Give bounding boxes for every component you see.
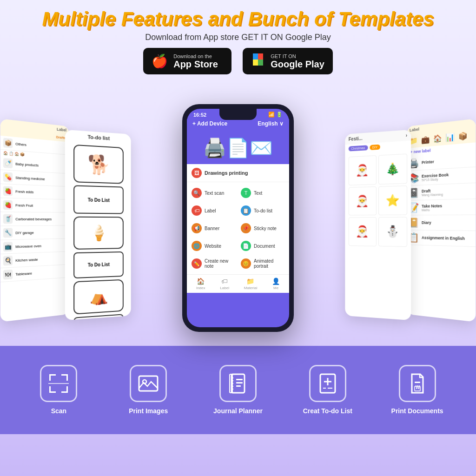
document-icon: 📄 (241, 241, 251, 251)
stickynote-icon: 📌 (241, 223, 251, 233)
website-label: Website (205, 244, 221, 249)
textscan-label: Text scan (205, 191, 224, 196)
item-icon: 🍓 (3, 200, 13, 210)
feature-print-images: Print Images (104, 365, 193, 415)
nav-me[interactable]: 👤Me (272, 278, 280, 290)
text-label: Text (254, 191, 262, 196)
feature-print-docs: W Print Documents (372, 365, 462, 415)
item-icon: 🍓 (3, 186, 13, 196)
animatedportrait-icon: 😊 (241, 258, 251, 269)
phone-header-bar: + Add Device English ∨ (187, 119, 289, 132)
svg-rect-14 (139, 376, 158, 391)
image-svg (137, 372, 159, 395)
feature-todo: Creat To-do List (283, 365, 372, 415)
banner-icon-m: 📢 (192, 223, 202, 233)
todo-box-3: To Do List (73, 314, 124, 321)
item-label: Microwave oven (15, 244, 41, 249)
svg-marker-3 (253, 60, 258, 66)
icon-work: 💼 (421, 135, 430, 144)
item-icon: 🍼 (3, 158, 13, 168)
item-label: Fresh Fruit (15, 203, 33, 208)
docs-svg: W (406, 372, 429, 395)
xmas-drawings-grid: 🎅 🎄 🎅 ⭐ 🎅 ⛄ (345, 150, 411, 251)
banner-icon: 🖨️📄✉️ (203, 137, 273, 159)
page-header: Multiple Features and Bunch of Templates… (0, 0, 476, 86)
phone-screen: 16:52 📶 🔋 + Add Device English ∨ 🖨️📄✉️ (187, 109, 289, 327)
language-selector[interactable]: English ∨ (258, 120, 284, 127)
tent-drawing: ⛺ (73, 279, 124, 315)
scan-icon-box (40, 365, 77, 402)
nav-index[interactable]: 🏠Index (196, 278, 205, 290)
panel-item: 🍽Tableware (0, 264, 69, 282)
bottom-features: Scan Print Images (0, 346, 476, 434)
document-label: Document (254, 244, 275, 249)
status-icons: 📶 🔋 (268, 112, 283, 118)
phone-menu: 🖼 Drawings printing 🔍 Text scan T Text (187, 164, 289, 274)
nav-label[interactable]: 🏷Label (220, 278, 229, 290)
main-title: Multiple Features and Bunch of Templates (9, 8, 467, 30)
todolist-item[interactable]: 📋 To-do list (239, 203, 286, 218)
todolist-label: To-do list (254, 208, 272, 213)
googleplay-text: GET IT ON Google Play (271, 53, 324, 69)
label-item[interactable]: 🏷 Label (190, 203, 237, 218)
item-icon: 🔧 (3, 228, 13, 238)
svg-marker-2 (258, 53, 263, 60)
svg-rect-10 (49, 386, 51, 393)
document-item[interactable]: 📄 Document (239, 238, 286, 254)
label-label: Label (205, 208, 216, 213)
right-panel-1: Label 📁 💼 🏠 📊 📦 + new label 🖨️ Printer 📚… (407, 119, 476, 322)
stickynote-label: Sticky note (254, 226, 277, 231)
dog-drawing: 🐕 (73, 145, 124, 184)
scan-svg (47, 372, 70, 395)
rp-takenotes: 📝 Take NotesMaths (407, 199, 476, 215)
assignment-label: Assignment in English (422, 235, 465, 241)
store-buttons: 🍎 Download on the App Store GET IT ON Go… (9, 48, 467, 74)
diary-label: Diary (422, 220, 431, 225)
xmas-snowman: ⛄ (378, 217, 407, 247)
banner-item[interactable]: 📢 Banner (190, 220, 237, 236)
bottom-nav: 🏠Index 🏷Label 📁Material 👤Me (187, 274, 289, 293)
print-images-icon-box (130, 365, 167, 402)
createnote-item[interactable]: ✏️ Create new note (190, 256, 237, 271)
todo-box-2: To Do List (73, 251, 124, 278)
item-label: Fresh edds (15, 189, 33, 194)
text-icon: T (241, 188, 251, 198)
googleplay-button[interactable]: GET IT ON Google Play (243, 48, 333, 74)
takenotes-sub: Maths (422, 208, 442, 212)
phone-banner: 🖨️📄✉️ (187, 132, 289, 164)
website-item[interactable]: 🌐 Website (190, 238, 237, 254)
add-device-label[interactable]: + Add Device (192, 120, 227, 127)
left-panel-1: Label Drafts 📦Others 🏠📋🏠📦 🍼Baby products… (0, 119, 69, 322)
svg-text:W: W (416, 385, 420, 390)
appstore-button[interactable]: 🍎 Download on the App Store (143, 48, 231, 74)
nav-material[interactable]: 📁Material (244, 278, 257, 290)
item-icon: 💊 (3, 172, 13, 182)
sub-title: Download from App store GET IT ON Google… (9, 33, 467, 42)
svg-rect-12 (66, 386, 68, 393)
item-label: Baby products (15, 162, 39, 167)
svg-rect-25 (236, 385, 241, 387)
text-item[interactable]: T Text (239, 185, 286, 201)
xmas-santa-2: 🎅 (349, 186, 377, 216)
animatedportrait-item[interactable]: 😊 Animated portrait (239, 256, 286, 271)
item-icon: 🍳 (3, 256, 13, 266)
print-docs-icon-box: W (399, 365, 436, 402)
panel-item: 🍓Fresh Fruit (0, 198, 69, 213)
play-icon (251, 53, 265, 70)
animatedportrait-label: Animated portrait (254, 258, 284, 269)
createnote-icon: ✏️ (192, 258, 202, 269)
stickynote-item[interactable]: 📌 Sticky note (239, 220, 286, 236)
screenshots-area: Label Drafts 📦Others 🏠📋🏠📦 🍼Baby products… (0, 86, 476, 346)
festi-label: Festi... (349, 136, 363, 142)
left-panel-2: To-do list 🐕 To Do List 🍦 To Do List ⛺ T… (65, 130, 131, 320)
svg-rect-13 (48, 383, 69, 384)
item-label: Carbonated beverages (15, 217, 52, 221)
print-docs-label: Print Documents (391, 407, 443, 415)
textscan-item[interactable]: 🔍 Text scan (190, 185, 237, 201)
drawings-printing-item[interactable]: 🖼 Drawings printing (187, 164, 289, 182)
chevron-right: › (406, 133, 407, 138)
item-label: DIY garage (15, 231, 33, 235)
item-label: Standing medicine (15, 175, 45, 181)
panel-item: 🥤Carbonated beverages (0, 212, 69, 226)
phone-mockup: 16:52 📶 🔋 + Add Device English ∨ 🖨️📄✉️ (182, 104, 294, 332)
